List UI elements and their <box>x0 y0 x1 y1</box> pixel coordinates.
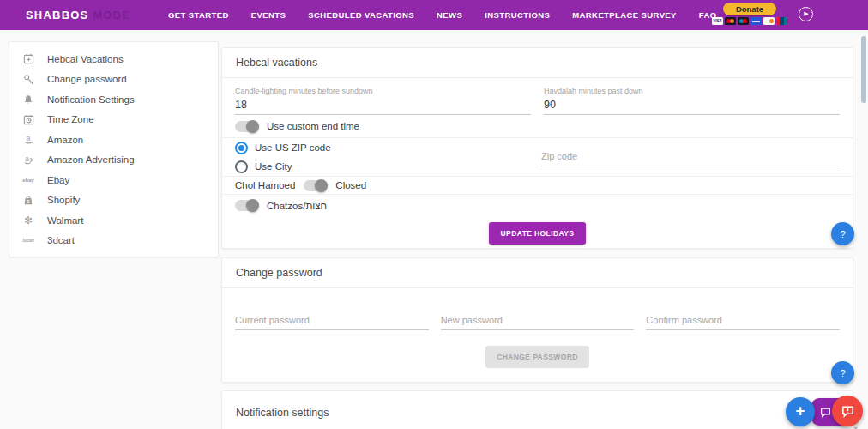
sidebar-item-amazon-advertising[interactable]: a Amazon Advertising <box>9 150 218 171</box>
visa-icon: VISA <box>712 17 723 25</box>
sidebar-item-shopify[interactable]: S Shopify <box>9 190 218 211</box>
nav-marketplace-survey[interactable]: MARKETPLACE SURVEY <box>572 10 677 20</box>
add-button[interactable]: + <box>786 397 815 426</box>
sidebar-item-ebay[interactable]: ebay Ebay <box>9 170 218 190</box>
unionpay-icon <box>776 17 787 25</box>
shopify-icon: S <box>21 195 35 206</box>
havdalah-label: Havdalah minutes past down <box>544 87 840 95</box>
sidebar-item-hebcal-vacations[interactable]: Hebcal Vacations <box>9 49 218 69</box>
nav-events[interactable]: EVENTS <box>251 10 286 20</box>
top-navbar: SHABBOS MODE GET STARTED EVENTS SCHEDULE… <box>0 0 868 30</box>
sidebar-item-label: Notification Settings <box>47 94 135 105</box>
candle-lighting-field: Candle-lighting minutes before sundown <box>235 87 531 115</box>
logo-secondary: MODE <box>93 9 130 21</box>
chatzos-toggle[interactable] <box>235 200 258 211</box>
candle-lighting-input[interactable] <box>235 98 531 115</box>
sidebar-item-change-password[interactable]: Change password <box>9 69 218 90</box>
brand-logo[interactable]: SHABBOS MODE <box>26 9 130 21</box>
play-video-button[interactable]: ▶ <box>799 7 813 21</box>
header-right: Donate VISA ▶ <box>712 3 813 25</box>
havdalah-input[interactable] <box>544 98 840 115</box>
chol-hamoed-label: Chol Hamoed <box>235 180 295 190</box>
3dcart-icon: 3dcart <box>21 239 35 243</box>
ebay-icon: ebay <box>21 178 35 183</box>
section-title-notifications: Notification settings <box>222 391 853 421</box>
havdalah-field: Havdalah minutes past down <box>544 87 840 115</box>
update-holidays-row: UPDATE HOLIDAYS <box>222 216 853 245</box>
sidebar-item-label: Amazon Advertising <box>47 154 135 165</box>
confirm-password-input[interactable] <box>646 313 840 330</box>
sidebar-item-3dcart[interactable]: 3dcart 3dcart <box>9 231 218 251</box>
radio-unselected-icon[interactable] <box>235 160 248 173</box>
sidebar-item-label: Change password <box>47 74 127 84</box>
change-password-card: Change password CHANGE PASSWORD <box>221 257 853 383</box>
mastercard-icon <box>725 17 736 25</box>
update-holidays-button[interactable]: UPDATE HOLIDAYS <box>489 222 587 245</box>
zip-code-field <box>541 138 840 176</box>
toggle-knob <box>315 179 328 192</box>
discover-icon <box>763 17 775 25</box>
nav-get-started[interactable]: GET STARTED <box>168 10 229 20</box>
nav-news[interactable]: NEWS <box>437 10 462 20</box>
location-radio-group: Use US ZIP code Use City <box>235 138 541 176</box>
new-password-input[interactable] <box>441 313 635 330</box>
hebcal-vacations-card: Hebcal vacations Candle-lighting minutes… <box>221 47 853 249</box>
sidebar-item-label: Time Zone <box>47 114 94 124</box>
sidebar-item-label: 3dcart <box>47 235 75 245</box>
chatzos-label: Chatzos/חצות <box>267 201 327 211</box>
calendar-clock-icon <box>21 114 35 125</box>
city-radio-option[interactable]: Use City <box>235 160 541 173</box>
walmart-spark-icon: ✻ <box>21 214 35 227</box>
chat-alert-icon <box>841 405 854 418</box>
sidebar-item-walmart[interactable]: ✻ Walmart <box>9 210 218 231</box>
help-button-hebcal[interactable]: ? <box>831 222 854 245</box>
custom-end-time-row: Use custom end time <box>222 115 853 138</box>
svg-text:S: S <box>27 198 30 203</box>
sidebar-item-label: Ebay <box>47 175 69 185</box>
sidebar-item-amazon[interactable]: a Amazon <box>9 130 218 150</box>
amazon-icon: a <box>21 134 35 145</box>
payment-icons-row: VISA <box>712 17 787 25</box>
sidebar-item-label: Shopify <box>47 195 80 205</box>
logo-primary: SHABBOS <box>26 9 88 21</box>
sidebar-item-label: Hebcal Vacations <box>47 54 124 64</box>
amex-icon <box>750 17 762 25</box>
toggle-knob <box>246 120 259 133</box>
new-password-field <box>441 311 635 330</box>
zip-code-input[interactable] <box>541 149 840 166</box>
current-password-field <box>235 311 429 330</box>
custom-end-time-toggle[interactable] <box>235 121 258 132</box>
donate-button[interactable]: Donate <box>723 3 776 15</box>
hebcal-inputs-row: Candle-lighting minutes before sundown H… <box>222 78 853 115</box>
app-root: SHABBOS MODE GET STARTED EVENTS SCHEDULE… <box>0 0 868 429</box>
amazon-ads-icon: a <box>21 154 35 166</box>
bell-icon <box>21 94 35 105</box>
chat-bubble-icon <box>820 407 831 418</box>
sidebar-item-time-zone[interactable]: Time Zone <box>9 110 218 130</box>
chevron-down-icon[interactable]: ⌄ <box>853 421 859 429</box>
maestro-icon <box>738 17 749 25</box>
section-title-password: Change password <box>222 258 853 288</box>
city-radio-label: Use City <box>255 161 292 172</box>
section-title-hebcal: Hebcal vacations <box>222 48 853 78</box>
settings-sidebar: Hebcal Vacations Change password Notific… <box>9 41 219 257</box>
help-button-password[interactable]: ? <box>831 361 854 384</box>
main-nav: GET STARTED EVENTS SCHEDULED VACATIONS N… <box>168 10 717 20</box>
current-password-input[interactable] <box>235 313 429 330</box>
chol-hamoed-toggle[interactable] <box>304 180 327 191</box>
change-password-button-row: CHANGE PASSWORD <box>222 330 853 368</box>
scrollbar-thumb[interactable] <box>861 36 866 103</box>
svg-text:a: a <box>25 154 29 163</box>
nav-scheduled-vacations[interactable]: SCHEDULED VACATIONS <box>308 10 414 20</box>
nav-instructions[interactable]: INSTRUCTIONS <box>485 10 550 20</box>
zip-radio-label: Use US ZIP code <box>255 142 331 153</box>
location-row: Use US ZIP code Use City <box>222 138 853 177</box>
radio-selected-icon[interactable] <box>235 142 248 154</box>
chol-hamoed-row: Chol Hamoed Closed <box>222 177 853 195</box>
change-password-button[interactable]: CHANGE PASSWORD <box>485 346 589 368</box>
confirm-password-field <box>646 311 840 330</box>
notification-settings-card: Notification settings <box>221 390 853 429</box>
zip-radio-option[interactable]: Use US ZIP code <box>235 142 541 154</box>
candle-lighting-label: Candle-lighting minutes before sundown <box>235 87 531 95</box>
sidebar-item-notification-settings[interactable]: Notification Settings <box>9 89 218 110</box>
